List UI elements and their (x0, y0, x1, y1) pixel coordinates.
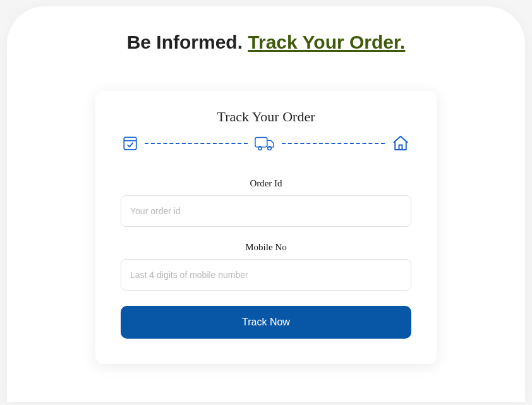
progress-row (121, 134, 411, 153)
home-delivery-icon (391, 134, 410, 153)
svg-rect-2 (255, 138, 267, 147)
mobile-no-input[interactable] (121, 259, 411, 291)
svg-rect-5 (399, 145, 402, 150)
page-heading: Be Informed. Track Your Order. (20, 32, 512, 53)
card-title: Track Your Order (121, 109, 411, 125)
progress-divider (145, 143, 248, 144)
order-confirmed-icon (122, 135, 138, 152)
track-order-card: Track Your Order (95, 91, 437, 364)
svg-rect-0 (124, 137, 136, 150)
mobile-no-label: Mobile No (121, 242, 411, 253)
order-id-input[interactable] (121, 195, 411, 227)
heading-prefix: Be Informed. (127, 32, 248, 52)
heading-accent: Track Your Order. (248, 32, 405, 52)
order-id-label: Order Id (121, 178, 411, 189)
track-now-button[interactable]: Track Now (121, 306, 411, 339)
page-container: Be Informed. Track Your Order. Track You… (7, 6, 525, 402)
progress-divider (282, 143, 385, 144)
shipping-truck-icon (254, 134, 275, 153)
